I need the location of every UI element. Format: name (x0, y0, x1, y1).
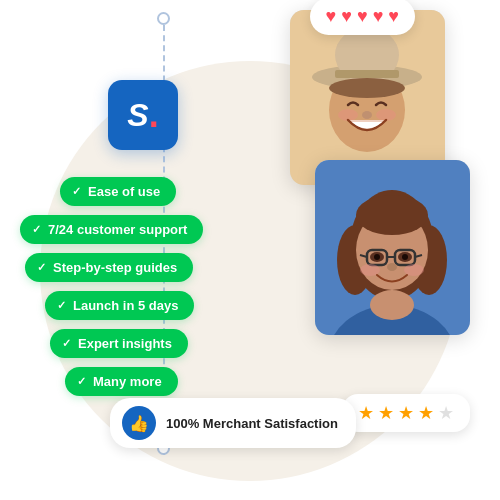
pill-ease-of-use: ✓ Ease of use (60, 177, 176, 206)
stars-card: ★ ★ ★ ★ ★ (342, 394, 470, 432)
check-icon: ✓ (77, 375, 86, 388)
heart-2: ♥ (341, 6, 352, 27)
heart-5: ♥ (388, 6, 399, 27)
pill-label: Expert insights (78, 336, 172, 351)
photo-bottom (315, 160, 470, 335)
logo-dot: . (149, 94, 159, 136)
pill-customer-support: ✓ 7/24 customer support (20, 215, 203, 244)
star-1: ★ (358, 402, 374, 424)
svg-point-10 (362, 111, 372, 119)
check-icon: ✓ (57, 299, 66, 312)
logo-box: S. (108, 80, 178, 150)
heart-4: ♥ (373, 6, 384, 27)
heart-3: ♥ (357, 6, 368, 27)
satisfaction-label: 100% Merchant Satisfaction (166, 416, 338, 431)
svg-point-7 (329, 78, 405, 98)
check-icon: ✓ (32, 223, 41, 236)
svg-point-31 (370, 290, 414, 320)
satisfaction-card: 👍 100% Merchant Satisfaction (110, 398, 356, 448)
scene: S. ♥ ♥ ♥ ♥ ♥ (0, 0, 500, 500)
svg-point-26 (374, 254, 380, 260)
check-icon: ✓ (62, 337, 71, 350)
svg-point-30 (387, 263, 397, 271)
star-2: ★ (378, 402, 394, 424)
pill-label: Many more (93, 374, 162, 389)
svg-point-27 (402, 254, 408, 260)
star-4: ★ (418, 402, 434, 424)
star-3: ★ (398, 402, 414, 424)
svg-point-18 (356, 195, 428, 235)
photo-top (290, 10, 445, 185)
pill-label: 7/24 customer support (48, 222, 187, 237)
pill-label: Ease of use (88, 184, 160, 199)
line-dot-top (157, 12, 170, 25)
pill-step-by-step: ✓ Step-by-step guides (25, 253, 193, 282)
pill-label: Launch in 5 days (73, 298, 178, 313)
svg-rect-6 (335, 70, 399, 78)
check-icon: ✓ (37, 261, 46, 274)
star-5-empty: ★ (438, 402, 454, 424)
thumbs-up-icon: 👍 (122, 406, 156, 440)
pill-label: Step-by-step guides (53, 260, 177, 275)
pill-many-more: ✓ Many more (65, 367, 178, 396)
pill-launch: ✓ Launch in 5 days (45, 291, 194, 320)
logo-letter: S (127, 99, 148, 131)
heart-1: ♥ (326, 6, 337, 27)
hearts-card: ♥ ♥ ♥ ♥ ♥ (310, 0, 415, 35)
check-icon: ✓ (72, 185, 81, 198)
pill-expert-insights: ✓ Expert insights (50, 329, 188, 358)
